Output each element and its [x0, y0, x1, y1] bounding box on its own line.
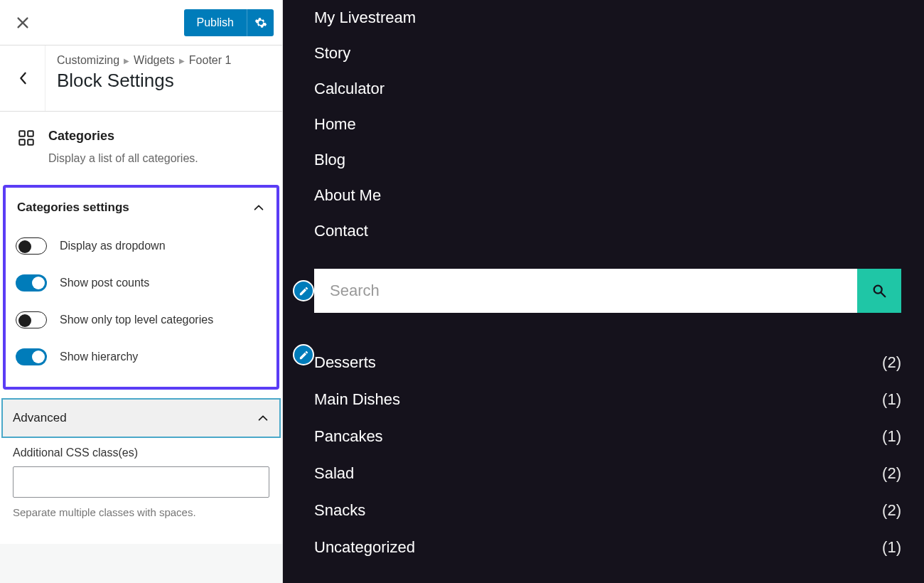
chevron-up-icon	[257, 412, 269, 424]
toggle-row-toplevel: Show only top level categories	[14, 301, 268, 338]
pencil-icon	[299, 350, 309, 360]
toggle-label: Show hierarchy	[60, 351, 138, 363]
category-count: (2)	[882, 353, 901, 372]
site-preview: My Livestream Story Calculator Home Blog…	[283, 0, 924, 583]
publish-button[interactable]: Publish	[184, 9, 247, 36]
categories-settings-panel: Categories settings Display as dropdown …	[3, 185, 279, 390]
toggle-label: Show post counts	[60, 277, 149, 289]
panel-toggle-categories-settings[interactable]: Categories settings	[14, 193, 268, 228]
sidebar-topbar: Publish	[0, 0, 282, 46]
category-count: (1)	[882, 538, 901, 557]
panel-toggle-advanced[interactable]: Advanced	[3, 400, 279, 437]
category-count: (1)	[882, 390, 901, 409]
chevron-right-icon: ▶	[124, 57, 129, 65]
toggle-show-post-counts[interactable]	[16, 274, 47, 292]
gear-icon	[254, 16, 267, 29]
breadcrumb: Customizing ▶ Widgets ▶ Footer 1	[57, 54, 231, 67]
nav-link[interactable]: About Me	[314, 178, 901, 213]
additional-css-input[interactable]	[13, 466, 269, 498]
svg-line-5	[881, 293, 886, 297]
category-name: Main Dishes	[314, 390, 400, 409]
svg-rect-0	[19, 131, 25, 137]
search-button[interactable]	[857, 269, 901, 313]
additional-css-help: Separate multiple classes with spaces.	[13, 506, 269, 518]
close-icon	[15, 15, 31, 31]
categories-widget: Desserts (2) Main Dishes (1) Pancakes (1…	[314, 344, 901, 566]
nav-link[interactable]: My Livestream	[314, 0, 901, 36]
sidebar-header: Customizing ▶ Widgets ▶ Footer 1 Block S…	[0, 46, 282, 112]
category-count: (2)	[882, 501, 901, 520]
category-item[interactable]: Main Dishes (1)	[314, 381, 901, 418]
toggle-label: Show only top level categories	[60, 314, 213, 326]
breadcrumb-item[interactable]: Widgets	[134, 54, 175, 67]
toggle-row-hierarchy: Show hierarchy	[14, 338, 268, 375]
svg-rect-1	[28, 131, 33, 137]
category-name: Salad	[314, 464, 354, 483]
block-name: Categories	[48, 129, 198, 144]
search-icon	[871, 283, 887, 299]
category-item[interactable]: Uncategorized (1)	[314, 529, 901, 566]
svg-rect-3	[28, 139, 33, 145]
chevron-left-icon	[18, 72, 27, 85]
page-title: Block Settings	[57, 70, 231, 92]
breadcrumb-item[interactable]: Footer 1	[189, 54, 232, 67]
chevron-up-icon	[252, 201, 265, 214]
publish-button-group: Publish	[184, 9, 274, 36]
edit-widget-button[interactable]	[293, 280, 314, 301]
svg-rect-2	[19, 139, 25, 145]
block-description: Categories Display a list of all categor…	[0, 112, 282, 185]
category-count: (1)	[882, 427, 901, 446]
nav-link[interactable]: Contact	[314, 213, 901, 249]
toggle-show-hierarchy[interactable]	[16, 348, 47, 365]
additional-css-label: Additional CSS class(es)	[13, 446, 269, 459]
nav-link[interactable]: Home	[314, 107, 901, 142]
back-button[interactable]	[0, 46, 45, 111]
category-name: Pancakes	[314, 427, 383, 446]
advanced-panel: Advanced	[1, 398, 281, 438]
block-desc-text: Display a list of all categories.	[48, 152, 198, 165]
categories-block-icon	[17, 129, 36, 147]
chevron-right-icon: ▶	[179, 57, 185, 65]
breadcrumb-item[interactable]: Customizing	[57, 54, 119, 67]
panel-title: Advanced	[13, 411, 67, 425]
category-name: Uncategorized	[314, 538, 415, 557]
nav-link[interactable]: Blog	[314, 142, 901, 178]
customizer-sidebar: Publish Customizing ▶ Widgets ▶ Footer 1…	[0, 0, 283, 583]
publish-settings-button[interactable]	[247, 9, 274, 36]
category-count: (2)	[882, 464, 901, 483]
category-name: Desserts	[314, 353, 376, 372]
toggle-row-dropdown: Display as dropdown	[14, 228, 268, 264]
close-button[interactable]	[9, 9, 37, 37]
sidebar-bottom-spacer	[0, 544, 282, 583]
category-item[interactable]: Snacks (2)	[314, 492, 901, 529]
nav-link[interactable]: Story	[314, 36, 901, 71]
footer-nav-menu: My Livestream Story Calculator Home Blog…	[314, 0, 901, 249]
nav-link[interactable]: Calculator	[314, 71, 901, 107]
toggle-top-level-only[interactable]	[16, 311, 47, 328]
edit-widget-button[interactable]	[293, 344, 314, 365]
toggle-label: Display as dropdown	[60, 240, 166, 252]
category-item[interactable]: Pancakes (1)	[314, 418, 901, 455]
toggle-display-as-dropdown[interactable]	[16, 237, 47, 255]
panel-title: Categories settings	[17, 200, 129, 215]
category-item[interactable]: Desserts (2)	[314, 344, 901, 381]
search-widget	[314, 269, 901, 313]
pencil-icon	[299, 286, 309, 296]
search-input[interactable]	[314, 269, 857, 313]
advanced-panel-body: Additional CSS class(es) Separate multip…	[0, 438, 282, 531]
toggle-row-counts: Show post counts	[14, 264, 268, 301]
category-name: Snacks	[314, 501, 365, 520]
category-item[interactable]: Salad (2)	[314, 455, 901, 492]
